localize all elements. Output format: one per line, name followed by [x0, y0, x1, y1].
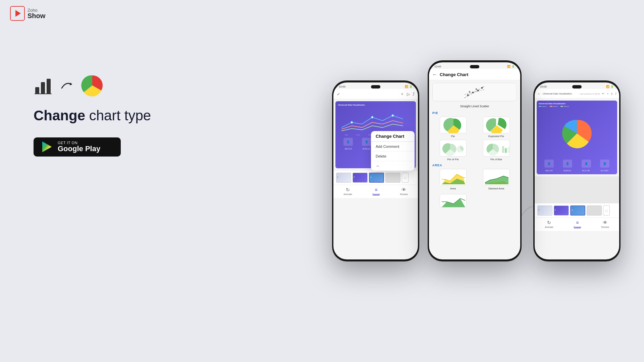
svg-rect-0 [35, 87, 39, 94]
phone-3-tab-animate[interactable]: ↻ Animate [545, 220, 553, 228]
phone-3-stat-2: $2,89,311 [564, 170, 571, 172]
phone-1-toolbar-right: ＋ ▷ ⤴ [400, 91, 415, 97]
svg-rect-22 [502, 146, 504, 153]
chart-option-pie-of-bar[interactable]: Pie of Bar [476, 140, 517, 161]
phone-3-toolbar: ← Universal Data Visualization Last save… [535, 89, 619, 99]
share-icon[interactable]: ⤴ [413, 92, 415, 97]
tab-review[interactable]: 👁 Review [400, 187, 408, 195]
phone-3-slide-title: Universal Data Visualization [543, 93, 572, 95]
phone-3-person-3: 👤 [582, 160, 591, 168]
svg-rect-23 [505, 148, 507, 153]
pie-of-bar-thumb[interactable] [483, 140, 510, 157]
extra-area-thumb[interactable] [440, 194, 467, 207]
panel-scroll[interactable]: PIE Pie [429, 110, 520, 259]
context-menu-back[interactable]: ← [371, 161, 415, 171]
phones-container: 10:00 📶🔋 ✓ ＋ ▷ ⤴ Universal Data [161, 27, 644, 335]
chart-option-area[interactable]: Area [432, 169, 474, 190]
tab-animate[interactable]: ↻ Animate [343, 187, 352, 195]
phone-3-add[interactable]: ＋ [606, 92, 609, 96]
phone-3-play[interactable]: ▷ [611, 92, 613, 95]
svg-point-12 [467, 95, 469, 96]
svg-marker-29 [442, 198, 465, 207]
logo-product: Show [28, 12, 45, 19]
section-area: AREA [429, 162, 520, 168]
add-slide-btn[interactable]: □ [402, 173, 409, 183]
svg-marker-6 [42, 141, 52, 152]
thumb-2[interactable]: 2 [353, 173, 368, 183]
phone-3-thumb-3[interactable]: 3 [570, 205, 585, 216]
phone-3-thumb-1[interactable]: 1 [537, 205, 552, 216]
google-play-button[interactable]: GET IT ON Google Play [34, 137, 121, 156]
pie-of-pie-label: Pie of Pie [447, 158, 459, 161]
context-menu-delete[interactable]: Delete [371, 152, 415, 161]
svg-rect-2 [47, 79, 51, 94]
svg-point-8 [371, 116, 373, 118]
phone-3-person-2: 👤 [563, 160, 572, 168]
thumb-3[interactable]: 3 [369, 173, 384, 183]
chart-option-extra[interactable] [432, 194, 474, 207]
area-grid-2 [429, 193, 520, 209]
phone-1: 10:00 📶🔋 ✓ ＋ ▷ ⤴ Universal Data [332, 80, 419, 261]
change-chart-header: ← Change Chart [429, 69, 520, 80]
phone-3-blank-area [535, 176, 619, 203]
phone-3-stat-4: $1,73,640 [601, 170, 608, 172]
stat-2: $2,89,311 [363, 148, 370, 150]
phone-2-status-icons: 📶🔋 [507, 65, 515, 68]
svg-point-16 [469, 91, 471, 93]
phone-1-notch [371, 85, 380, 88]
play-icon[interactable]: ▷ [407, 92, 410, 97]
context-menu-change-chart[interactable]: Change Chart [371, 131, 415, 142]
check-icon[interactable]: ✓ [337, 92, 340, 97]
thumb-4[interactable] [385, 173, 400, 183]
phone-3-add-slide[interactable]: □ [603, 205, 610, 216]
scatter-chart-icon [461, 84, 488, 100]
chart-option-pie[interactable]: Pie [432, 117, 474, 138]
chart-option-exploded-pie[interactable]: Exploded Pie [476, 117, 517, 138]
chart-option-stacked-area[interactable]: Stacked Area [476, 169, 517, 190]
phone-3-back[interactable]: ← [537, 92, 541, 96]
result-pie-chart [557, 117, 597, 150]
context-menu[interactable]: Change Chart Add Comment Delete ← [371, 131, 415, 171]
stat-1: $314,178 [345, 148, 352, 150]
logo-icon [10, 6, 25, 21]
google-play-icon [41, 141, 53, 153]
area-thumb[interactable] [440, 169, 467, 186]
phone-1-slide-title: Universal Data Visualization [338, 104, 413, 106]
phone-1-toolbar: ✓ ＋ ▷ ⤴ [333, 89, 418, 99]
phone-1-screen: 10:00 📶🔋 ✓ ＋ ▷ ⤴ Universal Data [333, 82, 418, 259]
phone-3-toolbar-right: Last saved at 11:30:33 ↩ ＋ ▷ ⤴ [580, 92, 616, 96]
phone-1-chart [338, 107, 413, 134]
svg-point-14 [477, 90, 479, 92]
phone-3-tab-format[interactable]: ≡ Format [574, 220, 581, 228]
phone-3-tab-review[interactable]: 👁 Review [601, 220, 609, 228]
phone-3-thumb-4[interactable] [587, 205, 602, 216]
phone-2-screen: 10:00 📶🔋 ← Change Chart [429, 62, 520, 259]
stacked-area-thumb[interactable] [483, 169, 510, 186]
pie-chart-icon [80, 74, 104, 97]
phone-3-undo[interactable]: ↩ [602, 92, 604, 95]
exploded-pie-thumb[interactable] [483, 117, 510, 133]
result-pie-container [539, 109, 615, 158]
svg-marker-28 [485, 176, 508, 184]
thumb-1[interactable]: 1 [336, 173, 351, 183]
pie-thumb[interactable] [440, 117, 467, 133]
phone-3-notch [572, 85, 582, 88]
logo: Zoho Show [10, 6, 45, 21]
phone-3-slide: Universal Data Visualization Series 1 Se… [537, 101, 617, 174]
google-play-text: GET IT ON Google Play [58, 141, 100, 153]
stacked-area-label: Stacked Area [488, 187, 504, 190]
phone-3-person-1: 👤 [544, 160, 554, 168]
phone-3-stat-3: $4,21,786 [582, 170, 590, 172]
pie-of-pie-thumb[interactable] [440, 140, 467, 157]
context-menu-add-comment[interactable]: Add Comment [371, 142, 415, 152]
logo-play-triangle [15, 10, 21, 17]
chart-option-pie-of-pie[interactable]: Pie of Pie [432, 140, 474, 161]
phone-3-thumb-2[interactable]: 2 [554, 205, 569, 216]
phone-3-share[interactable]: ⤴ [615, 92, 616, 95]
tab-format[interactable]: ≡ Format [372, 187, 380, 195]
add-icon[interactable]: ＋ [400, 91, 404, 97]
back-button[interactable]: ← [432, 72, 437, 77]
phone-1-toolbar-left: ✓ [337, 92, 340, 97]
panel-title: Change Chart [440, 72, 468, 77]
person-2: 👤 [362, 138, 371, 146]
